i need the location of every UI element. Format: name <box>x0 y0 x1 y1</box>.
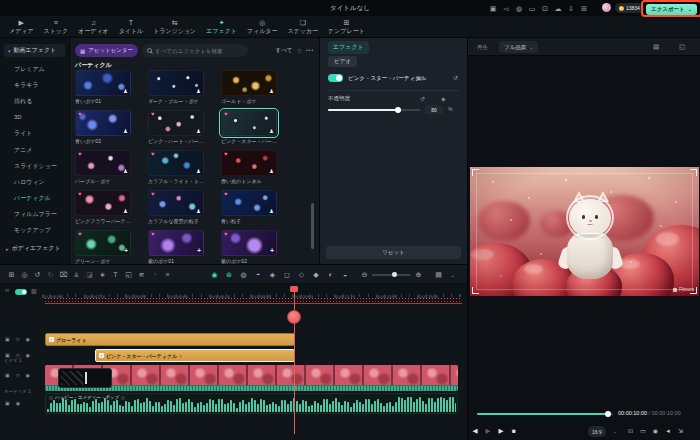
topbar-icon[interactable]: ◅ <box>502 4 510 13</box>
sidebar-item[interactable]: プレミアム <box>0 61 69 77</box>
keyframe-icon[interactable]: ◇ <box>16 372 20 378</box>
eye-icon[interactable]: ◉ <box>16 400 20 406</box>
effect-thumbnail[interactable] <box>221 110 277 136</box>
bbox-corner-handle[interactable] <box>472 287 479 294</box>
timeline-zoom-slider[interactable] <box>372 274 410 276</box>
timeline-tool-icon[interactable]: ↺ <box>31 268 44 281</box>
effect-card[interactable]: ピンク・スター・パー… <box>221 110 277 150</box>
timeline-quicktool-icon[interactable]: ◆ <box>310 268 323 281</box>
transport-button[interactable]: ▶ <box>484 425 492 437</box>
sidebar-item[interactable]: アニメ <box>0 142 69 158</box>
opacity-slider-knob[interactable] <box>395 107 401 113</box>
opacity-value[interactable]: 80 <box>425 105 443 114</box>
sidebar-group-video-effects[interactable]: ▾ 動画エフェクト <box>4 44 65 57</box>
avatar[interactable] <box>602 3 611 12</box>
nav-item[interactable]: ≡ ストック <box>39 18 74 36</box>
nav-item[interactable]: ✦ エフェクト <box>201 18 242 36</box>
sidebar-item[interactable]: モックアップ <box>0 223 69 239</box>
effect-card[interactable]: 青いボケ02 <box>75 110 131 150</box>
nav-item[interactable]: ❏ ステッカー <box>283 18 324 36</box>
preview-tool-icon[interactable]: ⇲ <box>678 425 683 437</box>
topbar-icon[interactable]: ▣ <box>489 4 497 13</box>
asset-center-button[interactable]: ▦ アセットセンター <box>75 44 138 57</box>
timeline-tool-icon[interactable]: ◔ <box>148 268 161 281</box>
favorite-heart-icon[interactable] <box>78 191 82 197</box>
quality-dropdown[interactable]: フル品質 ⌄ <box>499 41 538 53</box>
popout-preview-icon[interactable]: ◱ <box>679 43 685 51</box>
favorite-heart-icon[interactable] <box>151 191 155 197</box>
search-input[interactable] <box>155 48 243 54</box>
timeline-tool-icon[interactable]: ◱ <box>122 268 135 281</box>
sidebar-item[interactable]: 揺れる <box>0 93 69 109</box>
favorite-heart-icon[interactable] <box>78 151 82 157</box>
tab-video[interactable]: ビデオ <box>328 56 357 67</box>
filter-funnel-icon[interactable]: ▽ <box>297 48 301 54</box>
favorite-heart-icon[interactable] <box>151 231 155 237</box>
preview-tool-icon[interactable]: ◉ <box>653 425 658 437</box>
effect-card[interactable]: 紫のボケ02 <box>221 230 277 264</box>
nav-item[interactable]: ⇆ トランジション <box>148 18 201 36</box>
sidebar-item[interactable]: フィルムブラー <box>0 207 69 223</box>
timeline-tool-icon[interactable]: ◪ <box>83 268 96 281</box>
effect-card[interactable]: 青いボケ01 <box>75 70 131 110</box>
sidebar-item[interactable]: 3D <box>0 110 69 126</box>
playback-progress-bar[interactable] <box>477 413 613 415</box>
timeline-tool-icon[interactable]: ♟ <box>70 268 83 281</box>
timeline-tool-icon[interactable]: ≋ <box>135 268 148 281</box>
timeline-quicktool-icon[interactable]: ◉ <box>208 268 221 281</box>
effect-thumbnail[interactable] <box>75 230 131 256</box>
render-icon[interactable]: ▥ <box>31 287 37 294</box>
clip-glow-effect[interactable]: ✓ グローライト <box>45 333 295 346</box>
favorite-heart-icon[interactable] <box>224 151 228 157</box>
effect-thumbnail[interactable] <box>221 190 277 216</box>
nav-item[interactable]: ⊞ テンプレート <box>323 18 370 36</box>
timeline-quicktool-icon[interactable]: ◇ <box>295 268 308 281</box>
reset-effect-icon[interactable]: ↺ <box>453 74 458 81</box>
topbar-icon[interactable]: ⊡ <box>541 4 549 13</box>
timeline-tool-icon[interactable]: » <box>161 268 174 281</box>
search-bar[interactable] <box>142 44 248 57</box>
preview-tool-icon[interactable]: ◄ <box>665 425 671 437</box>
nav-item[interactable]: T タイトル <box>114 18 149 36</box>
clip-audio[interactable]: ハッピー・コメディー・ポップ <box>45 393 458 414</box>
effect-card[interactable]: グリーン・ボケ <box>75 230 131 264</box>
sidebar-item[interactable]: パーティクル <box>0 191 69 207</box>
filter-all-dropdown[interactable]: すべて <box>276 47 293 54</box>
transport-button[interactable]: ■ <box>510 425 518 437</box>
timeline-tool-icon[interactable]: ∗ <box>96 268 109 281</box>
effect-thumbnail[interactable] <box>148 230 204 256</box>
chevron-down-icon[interactable]: ⌄ <box>446 268 459 281</box>
lock-icon[interactable]: ▣ <box>5 336 10 342</box>
timeline-tool-icon[interactable]: T <box>109 268 122 281</box>
track-manager-icon[interactable]: ▤ <box>432 268 445 281</box>
timeline-quicktool-icon[interactable]: ◻ <box>281 268 294 281</box>
timeline-tool-icon[interactable]: ◎ <box>18 268 31 281</box>
nav-item[interactable]: ◎ フィルター <box>242 18 283 36</box>
effect-card[interactable]: ゴールド・ボケ <box>221 70 277 110</box>
coins-badge[interactable]: 13834 <box>615 3 644 13</box>
effect-card[interactable]: 青い粒子 <box>221 190 277 230</box>
preview-tool-icon[interactable]: ▭ <box>640 425 646 437</box>
track-header[interactable]: ▣ ◇ ◉ <box>5 336 30 342</box>
effect-enable-toggle[interactable] <box>328 74 343 82</box>
reset-button[interactable]: リセット <box>326 246 461 259</box>
effect-card[interactable]: ピンクフラワーパーテ… <box>75 190 131 230</box>
auto-ripple-toggle[interactable] <box>15 289 27 296</box>
topbar-icon[interactable]: ◍ <box>515 4 523 13</box>
topbar-icon[interactable]: ⊞ <box>580 4 588 13</box>
preview-tool-icon[interactable]: ⊡ <box>628 425 633 437</box>
nav-item[interactable]: ♫ オーディオ <box>73 18 114 36</box>
eye-icon[interactable]: ◉ <box>26 352 30 358</box>
timeline-ruler[interactable]: ∞ ▥ 00:00:00:0000:00:01:1600:00:03:0800:… <box>0 284 467 298</box>
timeline-quicktool-icon[interactable]: ◈ <box>266 268 279 281</box>
topbar-icon[interactable]: ▭ <box>528 4 536 13</box>
timeline-quicktool-icon[interactable]: ◒ <box>339 268 352 281</box>
sidebar-item[interactable]: ライト <box>0 126 69 142</box>
effect-thumbnail[interactable] <box>221 150 277 176</box>
bbox-corner-handle[interactable] <box>690 169 697 176</box>
playhead-grip[interactable] <box>290 286 298 292</box>
timeline-tool-icon[interactable]: ↻ <box>44 268 57 281</box>
more-menu-icon[interactable]: ••• <box>306 48 314 53</box>
display-settings-icon[interactable]: ▤ <box>653 43 659 51</box>
effect-thumbnail[interactable] <box>148 190 204 216</box>
